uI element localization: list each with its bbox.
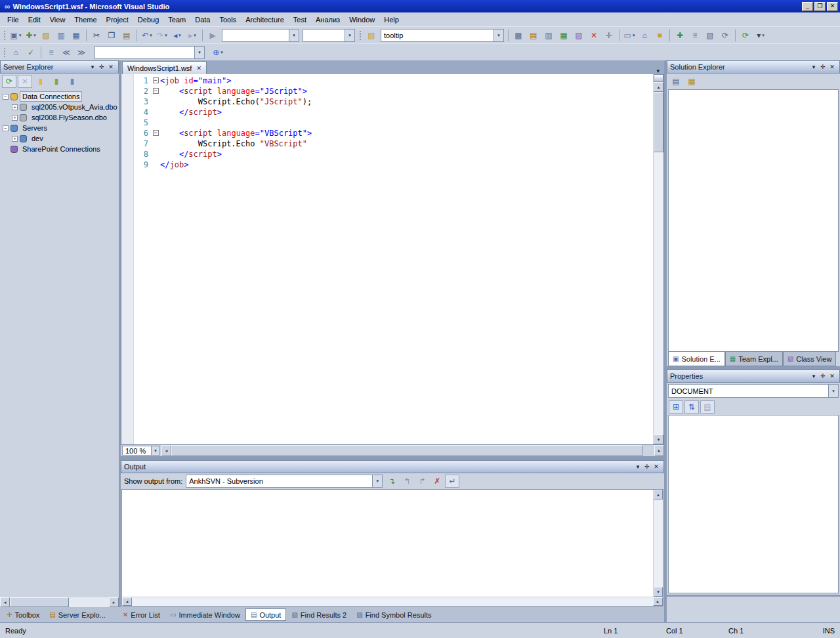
code-editor[interactable]: 1−<job id="main">2− <script language="JS…	[121, 74, 664, 445]
pin-icon[interactable]: ✛	[97, 64, 106, 70]
undo-button[interactable]: ↶▾	[140, 29, 154, 42]
tree-item[interactable]: −Servers	[0, 123, 119, 133]
redo-button[interactable]: ↷▾	[155, 29, 169, 42]
menu-test[interactable]: Test	[289, 14, 311, 26]
dropdown-arrow-icon[interactable]: ▾	[194, 47, 204, 58]
scrollbar-track[interactable]	[642, 445, 654, 456]
collapse-region-icon[interactable]: −	[153, 77, 159, 83]
menu-view[interactable]: View	[45, 14, 70, 26]
toolbar-grip[interactable]	[359, 30, 362, 41]
code-area[interactable]: 1−<job id="main">2− <script language="JS…	[134, 74, 653, 444]
scrollbar-track[interactable]	[69, 597, 109, 607]
expand-icon[interactable]: +	[12, 104, 18, 110]
tab-find-symbol-results[interactable]: ▨Find Symbol Results	[352, 608, 436, 621]
scrollbar-track[interactable]	[654, 152, 663, 435]
paste-button[interactable]: ▤	[119, 29, 134, 42]
close-icon[interactable]: ✕	[828, 64, 837, 70]
code-line[interactable]: 1−<job id="main">	[134, 75, 653, 86]
check-syntax-button[interactable]: ✓	[24, 46, 38, 59]
goto-previous-message-button[interactable]: ↰	[400, 475, 414, 488]
find-in-files-button[interactable]: ▩	[511, 29, 526, 42]
navigate-backward-button[interactable]: ◂▾	[170, 29, 184, 42]
solution-explorer-button[interactable]: ▤	[526, 29, 541, 42]
cut-button[interactable]: ✂	[89, 29, 104, 42]
solution-configurations-combo[interactable]: ▾	[222, 29, 299, 42]
scrollbar-thumb[interactable]	[654, 92, 663, 152]
dropdown-arrow-icon[interactable]: ▾	[494, 30, 503, 41]
window-menu-icon[interactable]: ▾	[809, 373, 818, 379]
tab-server-explo[interactable]: ▤Server Explo...	[45, 608, 110, 621]
tree-item[interactable]: +sql2005.vOtpusk_Avia.dbo	[0, 102, 119, 112]
close-tab-icon[interactable]: ✕	[196, 65, 201, 72]
property-pages-button[interactable]: ▤	[700, 400, 715, 414]
menu-debug[interactable]: Debug	[133, 14, 163, 26]
dropdown-arrow-icon[interactable]: ▾	[33, 33, 36, 38]
find-options-button[interactable]: ▧	[364, 29, 379, 42]
annotate-button[interactable]: ▧	[703, 29, 717, 42]
scrollbar-thumb[interactable]	[171, 445, 642, 456]
tree-item[interactable]: +sql2008.FlySeason.dbo	[0, 112, 119, 123]
scrollbar-track[interactable]	[132, 597, 653, 606]
window-menu-icon[interactable]: ▾	[633, 463, 642, 470]
properties-window-button[interactable]: ▥	[541, 29, 556, 42]
browse-with-button[interactable]: ⊕▾	[211, 46, 225, 59]
dropdown-arrow-icon[interactable]: ▾	[151, 446, 159, 455]
scroll-down-icon[interactable]: ▾	[654, 587, 663, 597]
view-in-browser-button[interactable]: ⌂	[9, 46, 23, 59]
tab-toolbox[interactable]: ✛Toolbox	[2, 608, 44, 621]
close-button[interactable]: ✕	[827, 2, 838, 11]
show-all-files-button[interactable]: ▦	[684, 75, 699, 88]
scrollbar-thumb[interactable]	[10, 597, 69, 607]
connect-to-server-button[interactable]: ▮	[65, 75, 79, 88]
menu-window[interactable]: Window	[345, 14, 379, 26]
splitter-handle[interactable]	[654, 74, 663, 82]
tab-solution-e[interactable]: ▣Solution E...	[668, 352, 725, 366]
properties-object-combo[interactable]: DOCUMENT ▾	[668, 384, 839, 398]
menu-architecture[interactable]: Architecture	[241, 14, 289, 26]
dropdown-arrow-icon[interactable]: ▾	[289, 30, 299, 41]
add-new-item-button[interactable]: ✚▾	[24, 29, 38, 42]
scroll-right-icon[interactable]: ▸	[654, 445, 664, 456]
navigate-forward-button[interactable]: ▸▾	[185, 29, 200, 42]
tab-team-expl[interactable]: ▦Team Expl...	[725, 352, 783, 366]
format-document-button[interactable]: ≡	[44, 46, 58, 59]
pin-icon[interactable]: ✛	[818, 64, 828, 70]
code-line[interactable]: 5	[134, 117, 653, 128]
tree-item[interactable]: SharePoint Connections	[0, 144, 119, 154]
server-explorer-titlebar[interactable]: Server Explorer ▾ ✛ ✕	[0, 60, 119, 74]
decrease-indent-button[interactable]: ≪	[59, 46, 74, 59]
open-file-button[interactable]: ▨	[39, 29, 53, 42]
menu-theme[interactable]: Theme	[70, 14, 101, 26]
tree-item[interactable]: −Data Connections	[0, 91, 119, 102]
dropdown-arrow-icon[interactable]: ▾	[19, 33, 22, 38]
code-line[interactable]: 7 WScript.Echo "VBScript"	[134, 138, 653, 149]
pin-icon[interactable]: ✛	[818, 373, 828, 379]
dropdown-arrow-icon[interactable]: ▾	[828, 385, 838, 397]
output-vertical-scrollbar[interactable]: ▴ ▾	[653, 490, 663, 597]
dropdown-arrow-icon[interactable]: ▾	[345, 30, 354, 41]
editor-vertical-scrollbar[interactable]: ▴ ▾	[653, 74, 663, 444]
stop-refresh-button[interactable]: ✕	[18, 75, 32, 88]
save-button[interactable]: ▥	[54, 29, 68, 42]
code-line[interactable]: 4 </script>	[134, 107, 653, 117]
properties-button[interactable]: ▤	[669, 75, 683, 88]
document-list-dropdown-icon[interactable]: ▾	[656, 68, 664, 74]
tab-output[interactable]: ▤Output	[245, 608, 286, 621]
categorized-button[interactable]: ⊞	[669, 400, 683, 414]
code-line[interactable]: 3 WScript.Echo("JScript");	[134, 96, 653, 107]
output-content[interactable]: ▴ ▾ ◂ ▸	[121, 489, 663, 606]
code-line[interactable]: 9</job>	[134, 160, 653, 170]
dropdown-arrow-icon[interactable]: ▾	[150, 33, 152, 38]
window-menu-icon[interactable]: ▾	[88, 64, 97, 70]
compare-files-button[interactable]: ≡	[688, 29, 702, 42]
output-titlebar[interactable]: Output ▾ ✛ ✕	[121, 460, 664, 473]
history-button[interactable]: ⟳	[718, 29, 732, 42]
command-window-button[interactable]: ▭▾	[622, 29, 637, 42]
scroll-left-icon[interactable]: ◂	[161, 445, 171, 456]
collapse-region-icon[interactable]: −	[153, 88, 159, 94]
connect-to-database-button[interactable]: ▮	[33, 75, 48, 88]
toolbox-button[interactable]: ✛	[602, 29, 616, 42]
collapse-region-icon[interactable]: −	[153, 130, 159, 136]
scroll-right-icon[interactable]: ▸	[109, 597, 119, 607]
scroll-up-icon[interactable]: ▴	[654, 490, 663, 500]
